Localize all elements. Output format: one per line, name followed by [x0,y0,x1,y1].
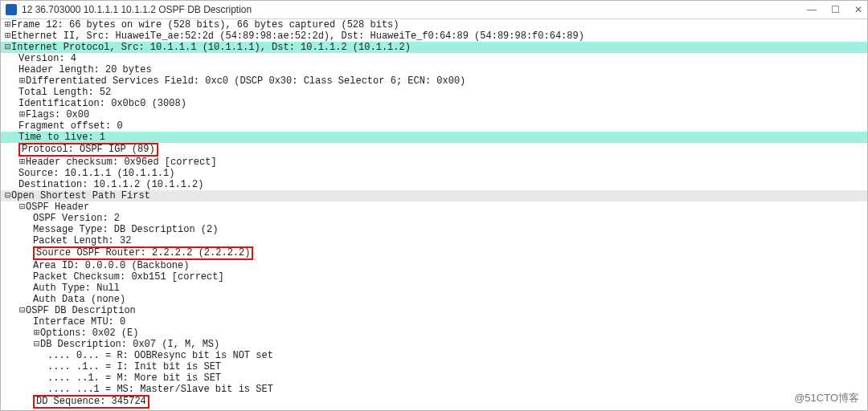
ospf-authdata[interactable]: Auth Data (none) [1,294,867,305]
ip-ttl[interactable]: Time to live: 1 [1,132,867,143]
expand-icon[interactable]: ⊞ [18,157,26,168]
minimize-button[interactable]: — [807,1,817,18]
app-icon [6,4,17,15]
collapse-icon[interactable]: ⊟ [18,305,26,316]
bit-r[interactable]: .... 0... = R: OOBResync bit is NOT set [1,350,867,361]
eth-text: Ethernet II, Src: HuaweiTe_ae:52:2d (54:… [11,31,584,42]
dbdesc-row[interactable]: ⊟OSPF DB Description [1,305,867,316]
ethernet-row[interactable]: ⊞Ethernet II, Src: HuaweiTe_ae:52:2d (54… [1,31,867,42]
ospf-area[interactable]: Area ID: 0.0.0.0 (Backbone) [1,260,867,271]
window-title: 12 36.703000 10.1.1.1 10.1.1.2 OSPF DB D… [22,1,252,18]
dbdesc-mtu[interactable]: Interface MTU: 0 [1,316,867,328]
ip-flags[interactable]: ⊞Flags: 0x00 [1,109,867,120]
highlight-box: DD Sequence: 345724 [33,395,149,409]
ip-id[interactable]: Identification: 0x0bc0 (3008) [1,98,867,109]
expand-icon[interactable]: ⊞ [18,109,26,120]
titlebar: 12 36.703000 10.1.1.1 10.1.1.2 OSPF DB D… [1,1,867,19]
frame-row[interactable]: ⊞Frame 12: 66 bytes on wire (528 bits), … [1,19,867,31]
ospf-row[interactable]: ⊟Open Shortest Path First [1,190,867,201]
ip-hlen[interactable]: Header length: 20 bytes [1,64,867,75]
ospf-router[interactable]: Source OSPF Router: 2.2.2.2 (2.2.2.2) [1,246,867,260]
ospf-authtype[interactable]: Auth Type: Null [1,283,867,294]
ospf-msgtype[interactable]: Message Type: DB Description (2) [1,224,867,235]
ospf-header-row[interactable]: ⊟OSPF Header [1,201,867,213]
ip-frag[interactable]: Fragment offset: 0 [1,120,867,132]
ospf-pktlen[interactable]: Packet Length: 32 [1,235,867,246]
window-controls: — ☐ ✕ [807,1,862,18]
ip-proto[interactable]: Protocol: OSPF IGP (89) [1,143,867,157]
ip-text: Internet Protocol, Src: 10.1.1.1 (10.1.1… [11,42,411,53]
collapse-icon[interactable]: ⊟ [4,42,11,53]
bit-ms[interactable]: .... ...1 = MS: Master/Slave bit is SET [1,384,867,395]
watermark: @51CTO博客 [794,391,859,405]
ip-version[interactable]: Version: 4 [1,53,867,64]
ip-tlen[interactable]: Total Length: 52 [1,87,867,98]
expand-icon[interactable]: ⊞ [4,19,11,31]
bit-m[interactable]: .... ..1. = M: More bit is SET [1,372,867,384]
dbdesc-options[interactable]: ⊞Options: 0x02 (E) [1,328,867,339]
wireshark-packet-window: 12 36.703000 10.1.1.1 10.1.1.2 OSPF DB D… [0,0,868,411]
highlight-box: Source OSPF Router: 2.2.2.2 (2.2.2.2) [33,246,253,260]
collapse-icon[interactable]: ⊟ [4,190,11,201]
ip-dst[interactable]: Destination: 10.1.1.2 (10.1.1.2) [1,179,867,190]
packet-detail-pane[interactable]: ⊞Frame 12: 66 bytes on wire (528 bits), … [1,19,867,411]
frame-text: Frame 12: 66 bytes on wire (528 bits), 6… [11,19,399,31]
ip-dscp[interactable]: ⊞Differentiated Services Field: 0xc0 (DS… [1,75,867,87]
bit-i[interactable]: .... .1.. = I: Init bit is SET [1,361,867,372]
ospf-cksum[interactable]: Packet Checksum: 0xb151 [correct] [1,271,867,283]
dbdesc-value[interactable]: ⊟DB Description: 0x07 (I, M, MS) [1,339,867,350]
collapse-icon[interactable]: ⊟ [18,201,26,213]
collapse-icon[interactable]: ⊟ [33,339,40,350]
expand-icon[interactable]: ⊞ [18,75,26,87]
ip-src[interactable]: Source: 10.1.1.1 (10.1.1.1) [1,168,867,179]
ip-row[interactable]: ⊟Internet Protocol, Src: 10.1.1.1 (10.1.… [1,42,867,53]
dd-sequence[interactable]: DD Sequence: 345724 [1,395,867,409]
expand-icon[interactable]: ⊞ [4,31,11,42]
ip-cksum[interactable]: ⊞Header checksum: 0x96ed [correct] [1,157,867,168]
maximize-button[interactable]: ☐ [831,1,840,18]
ospf-ver[interactable]: OSPF Version: 2 [1,213,867,224]
expand-icon[interactable]: ⊞ [33,328,40,339]
close-button[interactable]: ✕ [854,1,862,18]
highlight-box: Protocol: OSPF IGP (89) [18,143,158,157]
